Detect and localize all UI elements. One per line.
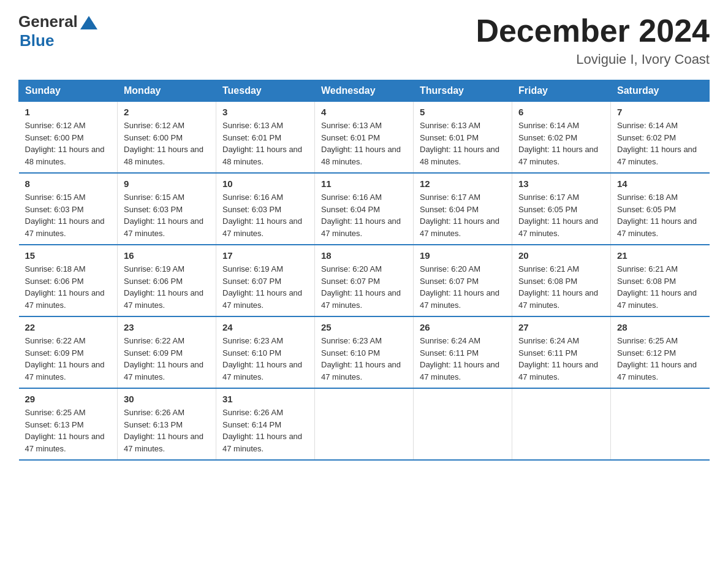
calendar-cell: 9 Sunrise: 6:15 AMSunset: 6:03 PMDayligh… — [118, 173, 216, 245]
week-row-2: 8 Sunrise: 6:15 AMSunset: 6:03 PMDayligh… — [19, 173, 710, 245]
day-info: Sunrise: 6:23 AMSunset: 6:10 PMDaylight:… — [321, 336, 401, 381]
calendar-cell: 14 Sunrise: 6:18 AMSunset: 6:05 PMDaylig… — [611, 173, 710, 245]
day-number: 26 — [420, 322, 506, 332]
calendar-cell: 7 Sunrise: 6:14 AMSunset: 6:02 PMDayligh… — [611, 102, 710, 174]
day-info: Sunrise: 6:21 AMSunset: 6:08 PMDaylight:… — [617, 264, 697, 310]
calendar-cell: 18 Sunrise: 6:20 AMSunset: 6:07 PMDaylig… — [315, 245, 414, 316]
calendar-cell: 19 Sunrise: 6:20 AMSunset: 6:07 PMDaylig… — [414, 245, 512, 316]
day-info: Sunrise: 6:18 AMSunset: 6:06 PMDaylight:… — [25, 264, 105, 310]
day-number: 1 — [25, 107, 112, 117]
day-info: Sunrise: 6:12 AMSunset: 6:00 PMDaylight:… — [25, 121, 105, 166]
calendar-cell: 25 Sunrise: 6:23 AMSunset: 6:10 PMDaylig… — [315, 316, 414, 388]
day-info: Sunrise: 6:26 AMSunset: 6:14 PMDaylight:… — [222, 408, 302, 453]
day-number: 9 — [124, 178, 210, 189]
day-info: Sunrise: 6:25 AMSunset: 6:12 PMDaylight:… — [617, 336, 697, 381]
day-number: 3 — [222, 107, 308, 117]
calendar-cell: 21 Sunrise: 6:21 AMSunset: 6:08 PMDaylig… — [611, 245, 710, 316]
day-info: Sunrise: 6:19 AMSunset: 6:07 PMDaylight:… — [222, 264, 302, 310]
weekday-header-saturday: Saturday — [611, 80, 710, 102]
day-number: 14 — [617, 178, 703, 189]
week-row-1: 1 Sunrise: 6:12 AMSunset: 6:00 PMDayligh… — [19, 102, 710, 174]
day-number: 31 — [222, 394, 308, 404]
day-number: 7 — [617, 107, 703, 117]
day-number: 23 — [124, 322, 210, 332]
weekday-header-tuesday: Tuesday — [216, 80, 315, 102]
day-info: Sunrise: 6:16 AMSunset: 6:04 PMDaylight:… — [321, 193, 401, 238]
day-number: 15 — [25, 250, 112, 261]
calendar-table: SundayMondayTuesdayWednesdayThursdayFrid… — [18, 80, 710, 461]
day-info: Sunrise: 6:14 AMSunset: 6:02 PMDaylight:… — [617, 121, 697, 166]
calendar-cell: 8 Sunrise: 6:15 AMSunset: 6:03 PMDayligh… — [19, 173, 118, 245]
calendar-cell: 29 Sunrise: 6:25 AMSunset: 6:13 PMDaylig… — [19, 388, 118, 460]
title-section: December 2024 Loviguie I, Ivory Coast — [476, 12, 710, 67]
day-info: Sunrise: 6:13 AMSunset: 6:01 PMDaylight:… — [321, 121, 401, 166]
weekday-header-friday: Friday — [512, 80, 611, 102]
calendar-cell: 13 Sunrise: 6:17 AMSunset: 6:05 PMDaylig… — [512, 173, 611, 245]
day-number: 8 — [25, 178, 112, 189]
logo: General Blue — [18, 12, 97, 50]
day-info: Sunrise: 6:15 AMSunset: 6:03 PMDaylight:… — [25, 193, 105, 238]
day-info: Sunrise: 6:12 AMSunset: 6:00 PMDaylight:… — [124, 121, 203, 166]
day-number: 6 — [518, 107, 604, 117]
day-number: 29 — [25, 394, 112, 404]
weekday-header-thursday: Thursday — [414, 80, 512, 102]
day-number: 11 — [321, 178, 407, 189]
calendar-cell: 5 Sunrise: 6:13 AMSunset: 6:01 PMDayligh… — [414, 102, 512, 174]
weekday-header-sunday: Sunday — [19, 80, 118, 102]
day-info: Sunrise: 6:22 AMSunset: 6:09 PMDaylight:… — [25, 336, 105, 381]
day-info: Sunrise: 6:17 AMSunset: 6:05 PMDaylight:… — [518, 193, 598, 238]
day-number: 16 — [124, 250, 210, 261]
day-info: Sunrise: 6:24 AMSunset: 6:11 PMDaylight:… — [420, 336, 499, 381]
day-info: Sunrise: 6:17 AMSunset: 6:04 PMDaylight:… — [420, 193, 499, 238]
weekday-header-monday: Monday — [118, 80, 216, 102]
calendar-cell: 30 Sunrise: 6:26 AMSunset: 6:13 PMDaylig… — [118, 388, 216, 460]
calendar-cell: 11 Sunrise: 6:16 AMSunset: 6:04 PMDaylig… — [315, 173, 414, 245]
day-info: Sunrise: 6:23 AMSunset: 6:10 PMDaylight:… — [222, 336, 302, 381]
day-number: 17 — [222, 250, 308, 261]
day-number: 5 — [420, 107, 506, 117]
week-row-5: 29 Sunrise: 6:25 AMSunset: 6:13 PMDaylig… — [19, 388, 710, 460]
calendar-cell: 26 Sunrise: 6:24 AMSunset: 6:11 PMDaylig… — [414, 316, 512, 388]
day-number: 21 — [617, 250, 703, 261]
logo-blue-text: Blue — [20, 31, 54, 50]
day-number: 12 — [420, 178, 506, 189]
day-number: 4 — [321, 107, 407, 117]
day-number: 24 — [222, 322, 308, 332]
day-info: Sunrise: 6:20 AMSunset: 6:07 PMDaylight:… — [321, 264, 401, 310]
calendar-cell: 27 Sunrise: 6:24 AMSunset: 6:11 PMDaylig… — [512, 316, 611, 388]
calendar-cell: 17 Sunrise: 6:19 AMSunset: 6:07 PMDaylig… — [216, 245, 315, 316]
day-info: Sunrise: 6:16 AMSunset: 6:03 PMDaylight:… — [222, 193, 302, 238]
calendar-cell: 12 Sunrise: 6:17 AMSunset: 6:04 PMDaylig… — [414, 173, 512, 245]
calendar-cell: 28 Sunrise: 6:25 AMSunset: 6:12 PMDaylig… — [611, 316, 710, 388]
page-header: General Blue December 2024 Loviguie I, I… — [18, 12, 710, 67]
month-title: December 2024 — [476, 12, 710, 49]
day-info: Sunrise: 6:14 AMSunset: 6:02 PMDaylight:… — [518, 121, 598, 166]
day-info: Sunrise: 6:25 AMSunset: 6:13 PMDaylight:… — [25, 408, 105, 453]
logo-general-text: General — [18, 12, 78, 31]
day-number: 2 — [124, 107, 210, 117]
calendar-cell: 20 Sunrise: 6:21 AMSunset: 6:08 PMDaylig… — [512, 245, 611, 316]
calendar-cell: 23 Sunrise: 6:22 AMSunset: 6:09 PMDaylig… — [118, 316, 216, 388]
location-text: Loviguie I, Ivory Coast — [476, 52, 710, 67]
calendar-cell — [512, 388, 611, 460]
calendar-cell: 16 Sunrise: 6:19 AMSunset: 6:06 PMDaylig… — [118, 245, 216, 316]
calendar-cell: 31 Sunrise: 6:26 AMSunset: 6:14 PMDaylig… — [216, 388, 315, 460]
day-number: 10 — [222, 178, 308, 189]
day-number: 18 — [321, 250, 407, 261]
day-number: 20 — [518, 250, 604, 261]
day-number: 28 — [617, 322, 703, 332]
day-info: Sunrise: 6:22 AMSunset: 6:09 PMDaylight:… — [124, 336, 203, 381]
day-number: 25 — [321, 322, 407, 332]
week-row-4: 22 Sunrise: 6:22 AMSunset: 6:09 PMDaylig… — [19, 316, 710, 388]
calendar-cell: 10 Sunrise: 6:16 AMSunset: 6:03 PMDaylig… — [216, 173, 315, 245]
calendar-cell: 24 Sunrise: 6:23 AMSunset: 6:10 PMDaylig… — [216, 316, 315, 388]
day-info: Sunrise: 6:13 AMSunset: 6:01 PMDaylight:… — [420, 121, 499, 166]
weekday-header-wednesday: Wednesday — [315, 80, 414, 102]
day-number: 30 — [124, 394, 210, 404]
calendar-cell: 22 Sunrise: 6:22 AMSunset: 6:09 PMDaylig… — [19, 316, 118, 388]
calendar-cell — [414, 388, 512, 460]
day-number: 22 — [25, 322, 112, 332]
day-number: 13 — [518, 178, 604, 189]
calendar-cell: 3 Sunrise: 6:13 AMSunset: 6:01 PMDayligh… — [216, 102, 315, 174]
calendar-cell: 4 Sunrise: 6:13 AMSunset: 6:01 PMDayligh… — [315, 102, 414, 174]
